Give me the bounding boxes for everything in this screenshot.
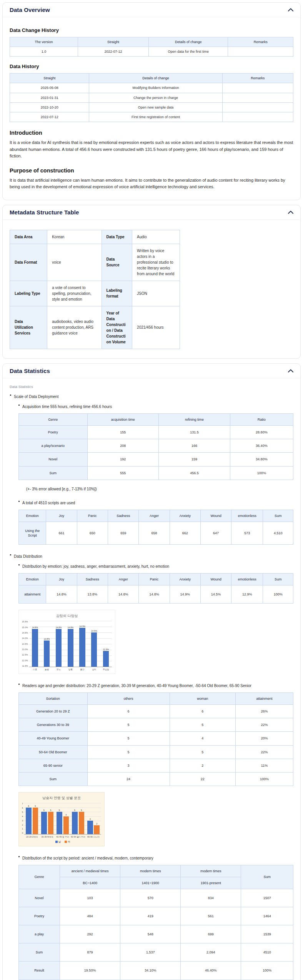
table-row: a play2925486991539	[19, 925, 293, 943]
bullet-item-readers: Readers age and gender distribution: 20-…	[18, 682, 293, 846]
table: EmotionJoyPanicSadnessAngerAnxietyWounde…	[18, 510, 293, 545]
table-cell: 1539	[241, 925, 293, 943]
bar-value-label: 14.8%	[56, 626, 62, 629]
table-header-cell: ancient / medieval times	[60, 865, 120, 877]
table-cell: 292	[60, 925, 120, 943]
table-cell: 561	[181, 907, 241, 925]
row-header-cell: 40-49 Young Boomer	[19, 732, 88, 745]
table-row: 1.02022-07-12Open data for the first tim…	[10, 47, 293, 57]
table: Genreancient / medieval timesmodern time…	[18, 865, 293, 980]
table-header-cell: Genre	[19, 865, 60, 889]
bar-value-label: 14.8%	[32, 626, 38, 629]
table-header-cell: Straight	[78, 37, 148, 47]
section-title-metadata: Metadata Structure Table	[10, 209, 79, 216]
table-cell: 208	[87, 439, 159, 453]
bullet-item-scale: Scale of Data Deployment Acquisition tim…	[10, 393, 293, 545]
row-header-cell: 65-90 senior	[19, 759, 88, 772]
table-cell: 2023-01-31	[10, 93, 89, 102]
legend-item: 여	[65, 840, 70, 844]
table-cell: 4,510	[263, 522, 293, 544]
table-cell: 22%	[236, 718, 293, 732]
row-header-cell: Using the Script	[19, 522, 46, 544]
table-cell: 2	[170, 759, 235, 772]
bar-value-label: 5	[74, 809, 75, 811]
table-cell: 192	[87, 453, 159, 466]
introduction-heading: Introduction	[10, 130, 293, 136]
section-header-metadata[interactable]: Metadata Structure Table	[3, 205, 300, 220]
x-axis-label: 분노	[53, 668, 65, 671]
table-cell: 555	[87, 466, 159, 480]
statistics-body: Data Statistics Scale of Data Deployment…	[3, 378, 300, 980]
section-title-statistics: Data Statistics	[10, 368, 50, 374]
table-cell: 2021/456 hours	[132, 306, 180, 349]
table-header-cell: Straight	[10, 74, 89, 83]
table-cell: 20%	[236, 732, 293, 745]
table: Genreacquisition timerefining timeRatioP…	[18, 413, 293, 480]
table-header-cell: Remarks	[228, 37, 293, 47]
purpose-heading: Purpose of construction	[10, 167, 293, 174]
legend-swatch	[65, 841, 67, 843]
chart-bar	[56, 629, 62, 667]
chevron-up-icon[interactable]	[288, 8, 293, 12]
table-cell: 659	[108, 522, 139, 544]
bullet-distribution-label: Data Distribution	[14, 554, 42, 559]
table-cell: 5	[87, 732, 170, 745]
section-header-statistics[interactable]: Data Statistics	[3, 364, 300, 378]
table-cell: 24	[87, 772, 170, 786]
table-cell: 100%	[241, 962, 293, 980]
table-header-cell: The version	[10, 37, 78, 47]
table-cell: Written by voice actors in a professiona…	[132, 244, 180, 281]
table-row: Data Utilization Servicesaudiobooks, vid…	[10, 306, 180, 349]
bullet-item-emotion: Distribution by emotion: joy, sadness, a…	[18, 562, 293, 674]
page: Data Overview Data Change History The ve…	[0, 0, 303, 980]
table-cell: a vote of consent to spelling, pronuncia…	[47, 281, 102, 306]
table-cell: 699	[181, 925, 241, 943]
chart-bar	[26, 808, 32, 834]
row-header-cell: Novel	[19, 453, 88, 466]
bullet-scale-label: Scale of Data Deployment	[14, 395, 58, 399]
chart-y-axis: 15.5%15.0%14.5%14.0%13.5%13.0%12.5%12.0%…	[22, 621, 29, 667]
table-cell: 650	[77, 522, 108, 544]
table-cell: JSON	[132, 281, 180, 306]
table-cell: 419	[120, 907, 181, 925]
chart-title: 낭송자 연령 및 성별 분포	[22, 796, 101, 801]
scale-of-deployment-table: Genreacquisition timerefining timeRatioP…	[18, 413, 293, 480]
bullet-item-acquisition: Acquisition time 555 hours, refining tim…	[18, 403, 293, 491]
table-header-cell: refining time	[159, 413, 230, 425]
table-cell: Korean	[47, 230, 102, 244]
x-axis-label: 50-64 올드부머	[70, 836, 86, 838]
readers-age-gender-table: SortationotherswomanattainmentGeneration…	[18, 692, 293, 786]
data-history-heading: Data History	[10, 64, 293, 69]
chart-bar	[94, 825, 100, 834]
table-header-cell: 1901-present	[181, 877, 241, 889]
x-axis-label: 무감정	[100, 668, 112, 671]
chevron-up-icon[interactable]	[288, 211, 293, 214]
table-header-cell: Joy	[46, 510, 77, 522]
data-change-history-table: The versionStraightDetails of changeRema…	[10, 37, 293, 57]
table-row: 2022-07-12First time registration of con…	[10, 112, 293, 122]
chevron-up-icon[interactable]	[288, 369, 293, 373]
row-header-cell: Generations 30 to 39	[19, 718, 88, 732]
bar-value-label: 2	[96, 823, 97, 825]
table-header-cell: Sortation	[19, 692, 88, 704]
bar-value-label: 6	[35, 805, 36, 807]
row-header-cell: Novel	[19, 889, 60, 907]
table-row: Sum8791,5372,0944510	[19, 943, 293, 962]
table-cell: 13.8%	[77, 585, 108, 604]
legend-item: 남	[55, 840, 61, 844]
table-header-cell: BC~1400	[60, 877, 120, 889]
section-header-data-overview[interactable]: Data Overview	[3, 3, 300, 17]
table-cell: 100%	[230, 466, 293, 480]
table-cell: 662	[170, 522, 200, 544]
table-cell: 2,094	[181, 943, 241, 962]
table-header-cell: Sadness	[77, 574, 108, 585]
table-cell: Change the person in charge	[89, 93, 222, 102]
x-axis-label: 놀람	[41, 668, 53, 671]
row-header-cell: a play	[19, 925, 60, 943]
table-cell: Audio	[132, 230, 180, 244]
table-cell: 1,537	[120, 943, 181, 962]
row-header-cell: attainment	[19, 585, 46, 604]
table-row: Sum555456.5100%	[19, 466, 293, 480]
x-axis-label: 20-29 Z세대	[24, 836, 40, 838]
chart-plot-area: 6655545532	[24, 803, 101, 835]
